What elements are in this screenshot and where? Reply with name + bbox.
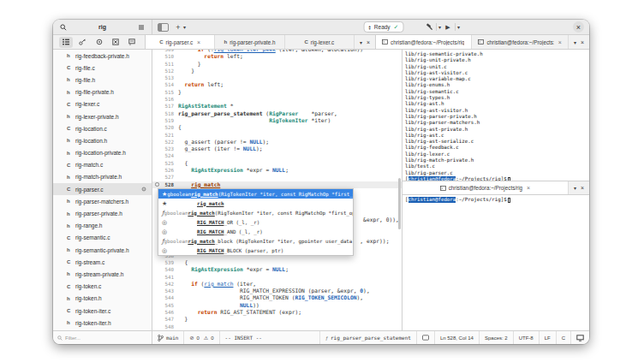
code-line[interactable]: 510 return left; (152, 53, 402, 60)
code-line[interactable]: 543 RIG_MATCH_EXPRESSION (parser, &expr,… (152, 288, 402, 294)
code-line[interactable]: 516 (152, 96, 402, 103)
terminal-2-caret-icon[interactable]: ▾ (574, 185, 576, 191)
tab-close-icon[interactable]: × (558, 39, 562, 45)
code-line[interactable]: 515} (152, 89, 402, 96)
build-split-button[interactable]: ▾ (424, 22, 441, 33)
file-row[interactable]: hrig-semantic-private.h (53, 244, 152, 256)
code-line[interactable]: 539 { (152, 259, 402, 266)
completion-row[interactable]: ƒgbooleanrig_match (RigTokenIter *iter, … (158, 208, 353, 217)
code-line[interactable]: 517RigAstStatement * (152, 103, 402, 110)
completion-row[interactable]: ◎RIG_MATCH_OR (_l, _r) (158, 217, 353, 227)
code-line[interactable]: 527 (152, 174, 402, 181)
code-line[interactable]: 546 return RIG_AST_STATEMENT (expr); (152, 309, 402, 316)
file-row[interactable]: hrig-location-private.h (53, 147, 152, 159)
terminal-2-tab-close-icon[interactable]: × (527, 185, 530, 191)
file-row[interactable]: hrig-location.h (53, 134, 152, 146)
file-row[interactable]: Crig-lexer.c (53, 98, 152, 110)
file-row[interactable]: Crig-match.c (53, 159, 152, 171)
language-setting[interactable]: C (556, 331, 570, 344)
code-line[interactable]: 548 (152, 323, 402, 330)
completion-row[interactable]: ƒgbooleanrig_match_block (RigTokenIter *… (158, 236, 353, 246)
file-row[interactable]: Crig-file.c (53, 62, 152, 74)
toggle-panel-icon[interactable] (158, 23, 169, 32)
file-row[interactable]: hrig-feedback-private.h (53, 50, 152, 62)
comments-icon[interactable] (125, 37, 139, 48)
editor-close-icon[interactable]: × (367, 39, 370, 45)
editor-tab[interactable]: Crig-parser.c× (146, 35, 215, 49)
file-row[interactable]: Crig-token-iter.c (53, 305, 152, 317)
file-row[interactable]: hrig-range.h (53, 220, 152, 232)
build-pipeline-icon[interactable] (92, 37, 106, 48)
terminal-2-tab[interactable]: christian@fedora:~/Projects/rig × (402, 181, 569, 194)
code-line[interactable]: 523 g_assert (iter != NULL); (152, 145, 402, 152)
terminal-tab[interactable]: christian@fedora:~/Projects/rig (376, 35, 472, 49)
file-row[interactable]: hrig-parser-matchers.h (53, 195, 152, 207)
search-icon[interactable] (58, 22, 69, 33)
terminal-1[interactable]: lib/rig-semantic-private.hlib/rig-unit-p… (402, 50, 589, 181)
code-line[interactable]: 542 if (rig_match (iter, (152, 281, 402, 288)
code-editor[interactable]: 509 if (!rig_token_iter_peek (iter, &tok… (152, 50, 402, 330)
run-split-button[interactable]: ▶ ▾ (443, 22, 460, 33)
file-row[interactable]: hrig-parser-private.h (53, 207, 152, 219)
code-line[interactable]: 514 return left; (152, 81, 402, 88)
completion-popup[interactable]: ★gbooleanrig_match (RigTokenIter *iter, … (158, 188, 354, 256)
build-caret-icon[interactable]: ▾ (438, 24, 441, 30)
display-indicator[interactable] (570, 331, 589, 344)
terminal-tab-list-caret-icon[interactable]: ▾ (574, 39, 576, 45)
current-symbol[interactable]: ƒ rig_parser_parse_statement (319, 331, 416, 344)
file-row[interactable]: hrig-file-private.h (53, 86, 152, 98)
terminal-tab[interactable]: christian@fedora:~/Projects:× (472, 35, 568, 49)
code-line[interactable]: 528 rig_match (152, 181, 402, 188)
new-tab-button[interactable]: + (173, 22, 183, 33)
file-row[interactable]: hrig-match-private.h (53, 171, 152, 183)
code-line[interactable]: 519 RigTokenIter *iter) (152, 117, 402, 124)
file-row[interactable]: Crig-token.c (53, 281, 152, 293)
editor-tab-list-caret-icon[interactable]: ▾ (360, 39, 362, 45)
code-line[interactable]: 511 } (152, 61, 402, 68)
build-hammer-icon[interactable] (424, 22, 434, 33)
code-line[interactable]: 547 } (152, 316, 402, 323)
code-line[interactable]: 545 NULL)) (152, 302, 402, 309)
editor-tab[interactable]: hrig-parser-private.h (215, 35, 284, 49)
project-tree-icon[interactable] (59, 37, 73, 48)
todo-icon[interactable] (109, 37, 122, 48)
diagnostics-indicator[interactable]: ⊘0 ⚠0 (184, 331, 219, 344)
code-line[interactable]: 544 RIG_MATCH_TOKEN (RIG_TOKEN_SEMICOLON… (152, 294, 402, 301)
file-row[interactable]: hrig-token.h (53, 293, 152, 305)
terminal-2[interactable]: [christian@fedora:~/Projects/rig]$ (402, 195, 589, 330)
run-play-icon[interactable]: ▶ (443, 22, 453, 33)
code-line[interactable]: 541 (152, 274, 402, 281)
symbols-icon[interactable] (75, 37, 89, 48)
code-line[interactable]: 526 RigAstExpression *expr = NULL; (152, 167, 402, 174)
code-line[interactable]: 513 (152, 74, 402, 81)
window-close-button[interactable]: × (573, 21, 584, 33)
editor-scrollbar[interactable] (398, 178, 401, 229)
new-tab-caret-icon[interactable]: ▾ (183, 24, 186, 30)
code-line[interactable]: 512 } (152, 68, 402, 74)
terminal-2-close-icon[interactable]: × (581, 185, 584, 191)
run-caret-icon[interactable]: ▾ (457, 24, 460, 30)
menu-icon[interactable] (136, 22, 146, 33)
file-row[interactable]: Crig-location.c (53, 122, 152, 134)
code-line[interactable]: 520{ (152, 124, 402, 131)
eol-setting[interactable]: LF (539, 331, 556, 344)
file-row[interactable]: Crig-stream.c (53, 256, 152, 268)
filter-input[interactable]: Filter... (53, 331, 152, 344)
file-row[interactable]: hrig-stream-private.h (53, 268, 152, 280)
encoding-setting[interactable]: UTF-8 (513, 331, 539, 344)
editor-tab[interactable]: Crig-lexer.c (285, 35, 355, 49)
code-line[interactable]: 518rig_parser_parse_statement (RigParser… (152, 110, 402, 117)
file-row[interactable]: Crig-parser.c (53, 183, 152, 195)
code-line[interactable]: 521 (152, 132, 402, 139)
file-row[interactable]: hrig-lexer-private.h (53, 110, 152, 122)
cursor-position[interactable]: Ln 528, Col 14 (434, 331, 479, 344)
code-line[interactable]: 524 (152, 152, 402, 159)
completion-row[interactable]: ◎RIG_MATCH_AND (_l, _r) (158, 227, 353, 236)
completion-row[interactable]: ◎RIG_MATCH_BLOCK (parser, ptr) (158, 246, 353, 255)
file-row[interactable]: Crig-semantic.c (53, 232, 152, 244)
code-line[interactable]: 525 { (152, 160, 402, 167)
indent-setting[interactable]: Spaces: 2 (479, 331, 513, 344)
file-row[interactable]: hrig-file.h (53, 74, 152, 86)
file-row[interactable]: hrig-token-iter.h (53, 317, 152, 329)
file-gear-icon[interactable] (141, 187, 146, 192)
